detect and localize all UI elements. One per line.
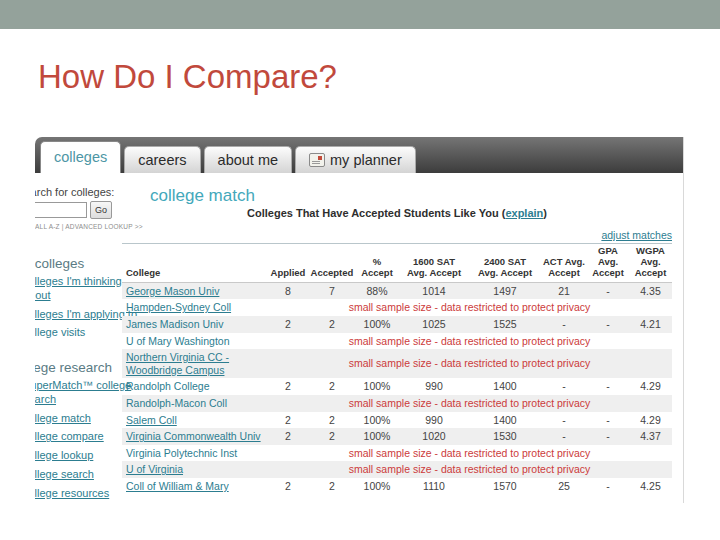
value-cell: 4.37 — [629, 428, 672, 445]
tabs-container: collegescareersabout memy planner — [40, 141, 419, 173]
value-cell: - — [587, 316, 629, 333]
value-cell: 2 — [267, 412, 309, 429]
value-cell: 2 — [267, 428, 309, 445]
value-cell: 2 — [267, 378, 309, 395]
college-link-virginia-commonwealth-univ[interactable]: Virginia Commonwealth Univ — [126, 430, 261, 442]
table-row: Randolph-Macon Collsmall sample size - d… — [122, 395, 672, 412]
value-cell: 21 — [541, 282, 587, 299]
college-cell: Randolph College — [122, 378, 267, 395]
col-header-act-avg-accept: ACT Avg. Accept — [541, 244, 587, 283]
tab-my-planner[interactable]: my planner — [295, 146, 416, 173]
college-link-randolph-macon-coll: Randolph-Macon Coll — [126, 397, 227, 409]
college-link-hampden-sydney-coll[interactable]: Hampden-Sydney Coll — [126, 301, 231, 313]
value-cell: - — [587, 428, 629, 445]
tab-label: careers — [138, 147, 186, 173]
college-link-coll-of-william-mary[interactable]: Coll of William & Mary — [126, 480, 229, 492]
college-cell: Hampden-Sydney Coll — [122, 299, 267, 316]
table-row: Virginia Commonwealth Univ22100%10201530… — [122, 428, 672, 445]
value-cell: 2 — [309, 428, 355, 445]
value-cell: - — [587, 412, 629, 429]
table-header-row: CollegeAppliedAccepted% Accept1600 SAT A… — [122, 244, 672, 283]
value-cell: 990 — [399, 412, 469, 429]
privacy-note: small sample size - data restricted to p… — [267, 349, 672, 378]
value-cell: 100% — [355, 478, 399, 495]
value-cell: 100% — [355, 378, 399, 395]
col-header-wgpa-avg-accept: WGPA Avg. Accept — [629, 244, 672, 283]
tab-label: my planner — [330, 147, 402, 173]
table-row: Hampden-Sydney Collsmall sample size - d… — [122, 299, 672, 316]
page-title: college match — [150, 186, 255, 206]
value-cell: 100% — [355, 316, 399, 333]
tab-about-me[interactable]: about me — [204, 146, 292, 173]
go-button[interactable]: Go — [90, 201, 112, 219]
col-header-2400-sat-avg-accept: 2400 SAT Avg. Accept — [469, 244, 541, 283]
college-link-james-madison-univ: James Madison Univ — [126, 318, 223, 330]
tab-label: about me — [218, 147, 278, 173]
value-cell: 2 — [309, 316, 355, 333]
table-row: George Mason Univ8788%1014149721-4.35 — [122, 282, 672, 299]
value-cell: 4.35 — [629, 282, 672, 299]
privacy-note: small sample size - data restricted to p… — [267, 333, 672, 350]
college-cell: Coll of William & Mary — [122, 478, 267, 495]
col-header-accepted: Accepted — [309, 244, 355, 283]
college-cell: Northern Virginia CC - Woodbridge Campus — [122, 349, 267, 378]
college-cell: Virginia Polytechnic Inst — [122, 445, 267, 462]
table-title: Colleges That Have Accepted Students Lik… — [122, 207, 672, 219]
value-cell: 4.29 — [629, 378, 672, 395]
main-content: college match Colleges That Have Accepte… — [122, 173, 683, 503]
college-link-u-of-mary-washington: U of Mary Washington — [126, 335, 229, 347]
value-cell: 2 — [267, 316, 309, 333]
value-cell: 100% — [355, 428, 399, 445]
college-cell: Virginia Commonwealth Univ — [122, 428, 267, 445]
slide-title: How Do I Compare? — [38, 58, 337, 96]
college-link-salem-coll[interactable]: Salem Coll — [126, 414, 177, 426]
value-cell: 1525 — [469, 316, 541, 333]
value-cell: 1400 — [469, 378, 541, 395]
table-row: Randolph College22100%9901400--4.29 — [122, 378, 672, 395]
value-cell: 88% — [355, 282, 399, 299]
table-row: Virginia Polytechnic Instsmall sample si… — [122, 445, 672, 462]
value-cell: 1570 — [469, 478, 541, 495]
value-cell: - — [587, 378, 629, 395]
value-cell: 1025 — [399, 316, 469, 333]
college-cell: Salem Coll — [122, 412, 267, 429]
col-header-1600-sat-avg-accept: 1600 SAT Avg. Accept — [399, 244, 469, 283]
college-cell: James Madison Univ — [122, 316, 267, 333]
value-cell: - — [541, 412, 587, 429]
college-search-input[interactable] — [35, 202, 87, 218]
college-link-northern-virginia-cc-woodbridge-campus[interactable]: Northern Virginia CC - Woodbridge Campus — [126, 351, 229, 376]
value-cell: 2 — [309, 412, 355, 429]
college-link-u-of-virginia[interactable]: U of Virginia — [126, 463, 183, 475]
value-cell: 1014 — [399, 282, 469, 299]
college-match-table: CollegeAppliedAccepted% Accept1600 SAT A… — [122, 243, 672, 494]
value-cell: - — [541, 378, 587, 395]
embedded-screenshot: collegescareersabout memy planner search… — [35, 137, 684, 503]
table-row: James Madison Univ22100%10251525--4.21 — [122, 316, 672, 333]
value-cell: 8 — [267, 282, 309, 299]
slide-accent-bar — [0, 0, 720, 29]
privacy-note: small sample size - data restricted to p… — [267, 461, 672, 478]
value-cell: - — [541, 316, 587, 333]
college-link-virginia-polytechnic-inst: Virginia Polytechnic Inst — [126, 447, 237, 459]
table-row: Salem Coll22100%9901400--4.29 — [122, 412, 672, 429]
value-cell: 4.21 — [629, 316, 672, 333]
value-cell: 1400 — [469, 412, 541, 429]
privacy-note: small sample size - data restricted to p… — [267, 395, 672, 412]
value-cell: 4.25 — [629, 478, 672, 495]
value-cell: 2 — [309, 378, 355, 395]
tab-careers[interactable]: careers — [124, 146, 200, 173]
college-cell: Randolph-Macon Coll — [122, 395, 267, 412]
tab-colleges[interactable]: colleges — [40, 141, 121, 173]
value-cell: - — [587, 282, 629, 299]
value-cell: 7 — [309, 282, 355, 299]
explain-link[interactable]: explain — [505, 207, 543, 219]
table-row: U of Mary Washingtonsmall sample size - … — [122, 333, 672, 350]
col-header-gpa-avg-accept: GPA Avg. Accept — [587, 244, 629, 283]
value-cell: 1020 — [399, 428, 469, 445]
adjust-matches-link[interactable]: adjust matches — [601, 229, 672, 241]
value-cell: 25 — [541, 478, 587, 495]
value-cell: 990 — [399, 378, 469, 395]
college-link-george-mason-univ[interactable]: George Mason Univ — [126, 285, 219, 297]
value-cell: 1497 — [469, 282, 541, 299]
planner-icon — [309, 153, 325, 167]
